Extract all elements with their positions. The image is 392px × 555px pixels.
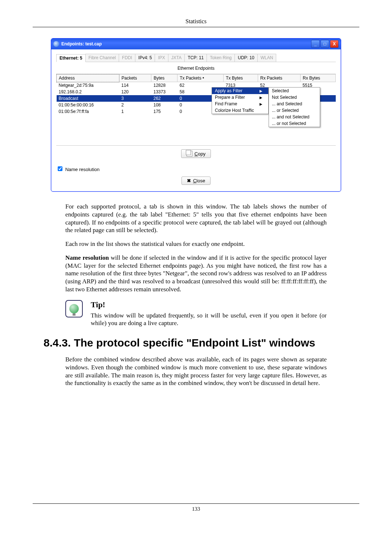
ctx-item[interactable]: Prepare a Filter▶ [212,94,268,101]
copy-icon [187,151,192,157]
cell: 192.168.0.2 [57,89,119,95]
running-header: Statistics [33,18,359,25]
tab-udp-10[interactable]: UDP: 10 [234,54,257,62]
endpoints-window: Endpoints: test.cap _ □ X Ethernet: 5Fib… [51,38,341,192]
ctx-item[interactable]: ... and Selected [269,101,320,107]
col-rx-packets[interactable]: Rx Packets [258,74,301,82]
copy-button[interactable]: Copy [181,149,211,158]
col-address[interactable]: Address [57,74,119,82]
paragraph-1: For each supported protocol, a tab is sh… [65,203,327,234]
cell: 262 [151,95,177,102]
ctx-item[interactable]: ... and not Selected [269,114,320,120]
app-icon [53,41,59,47]
window-titlebar[interactable]: Endpoints: test.cap _ □ X [51,39,341,49]
ctx-item[interactable]: Not Selected [269,94,320,101]
cell: 01:00:5e:7f:ff:fa [57,108,119,115]
submenu-arrow-icon: ▶ [260,89,262,93]
col-packets[interactable]: Packets [119,74,151,82]
tip-block: Tip! This window will be updated frequen… [65,300,327,328]
cell: 114 [119,82,151,89]
tab-jxta[interactable]: JXTA [168,54,185,62]
col-tx-packets[interactable]: Tx Packets [177,74,224,82]
window-title: Endpoints: test.cap [61,41,102,46]
cell: 175 [151,108,177,115]
col-bytes[interactable]: Bytes [151,74,177,82]
ctx-item[interactable]: Apply as Filter▶ [212,88,268,94]
close-button[interactable]: ✖ Close [181,177,211,185]
maximize-button[interactable]: □ [320,40,329,48]
close-label: Close [193,178,205,183]
tip-body: This window will be updated frequently, … [91,312,327,328]
name-resolution-input[interactable] [58,166,62,171]
name-resolution-label: Name resolution [65,167,100,172]
cell: 01:00:5e:00:00:16 [57,102,119,108]
ctx-item[interactable]: Colorize Host Traffic [212,107,268,114]
cell: 120 [119,89,151,95]
ctx-item[interactable]: ... or not Selected [269,120,320,127]
tip-icon [65,300,83,317]
cell: Netgear_2d:75:9a [57,82,119,89]
ctx-item[interactable]: ... or Selected [269,107,320,114]
paragraph-2: Each row in the list shows the statistic… [65,240,327,248]
name-resolution-row: Name resolution [56,162,336,172]
panel-label: Ethernet Endpoints [56,64,336,74]
name-resolution-checkbox[interactable]: Name resolution [56,167,99,172]
close-row: ✖ Close [56,172,336,186]
col-rx-bytes[interactable]: Rx Bytes [301,74,336,82]
section-heading: 8.4.3. The protocol specific "Endpoint L… [44,337,348,349]
ctx-item[interactable]: Selected [269,88,320,94]
endpoints-table-wrap: AddressPacketsBytesTx PacketsTx BytesRx … [56,74,336,145]
tab-ipx[interactable]: IPX [155,54,168,62]
minimize-button[interactable]: _ [311,40,320,48]
copy-label: Copy [195,151,205,157]
tab-wlan[interactable]: WLAN [257,54,277,62]
tab-tcp-11[interactable]: TCP: 11 [184,54,207,62]
paragraph-3: Name resolution will be done if selected… [65,254,327,293]
cell: 3 [119,95,151,102]
protocol-tabs: Ethernet: 5Fibre ChannelFDDIIPv4: 5IPXJX… [56,54,336,62]
window-close-button[interactable]: X [330,40,339,48]
copy-row: Copy [56,145,336,162]
page-number: 133 [192,506,200,512]
page-footer: 133 [33,503,359,512]
cell: 12828 [151,82,177,89]
close-icon: ✖ [187,178,191,183]
tab-ipv4-5[interactable]: IPv4: 5 [135,54,155,62]
tip-title: Tip! [91,300,327,309]
cell: 2 [119,102,151,108]
submenu-arrow-icon: ▶ [260,102,262,106]
col-tx-bytes[interactable]: Tx Bytes [224,74,258,82]
cell: Broadcast [57,95,119,102]
cell: 108 [151,102,177,108]
submenu-arrow-icon: ▶ [260,96,262,100]
tab-fddi[interactable]: FDDI [119,54,135,62]
tab-ethernet-5[interactable]: Ethernet: 5 [56,54,86,62]
context-menu-secondary[interactable]: SelectedNot Selected... and Selected... … [269,87,320,127]
cell: 1 [119,108,151,115]
header-rule [33,27,359,27]
tab-token-ring[interactable]: Token Ring [207,54,235,62]
paragraph-4: Before the combined window described abo… [65,356,327,387]
context-menu-primary[interactable]: Apply as Filter▶Prepare a Filter▶Find Fr… [212,87,269,114]
tab-fibre-channel[interactable]: Fibre Channel [85,54,119,62]
ctx-item[interactable]: Find Frame▶ [212,101,268,107]
cell: 13373 [151,89,177,95]
